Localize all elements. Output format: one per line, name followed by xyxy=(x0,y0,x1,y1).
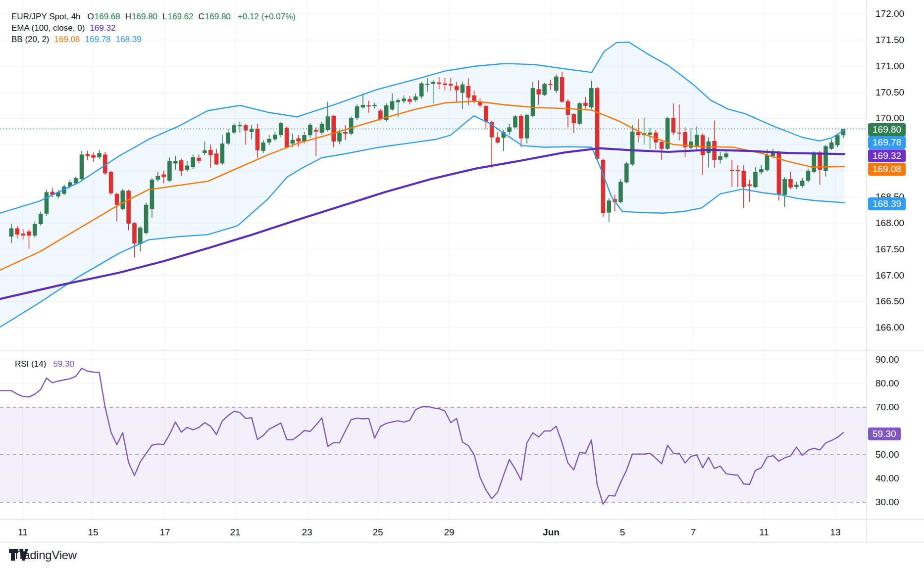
candle-body[interactable] xyxy=(21,234,25,236)
candle-body[interactable] xyxy=(618,182,623,202)
candle-body[interactable] xyxy=(179,160,184,171)
candle-body[interactable] xyxy=(208,150,213,155)
candle-body[interactable] xyxy=(548,84,553,85)
candle-body[interactable] xyxy=(472,95,476,101)
candle-body[interactable] xyxy=(759,169,764,172)
candle-body[interactable] xyxy=(794,185,799,187)
candle-body[interactable] xyxy=(736,170,740,171)
candle-body[interactable] xyxy=(413,96,418,100)
legend-symbol-row[interactable]: EUR/JPY Spot, 4h O 169.68 H 169.80 L 169… xyxy=(11,11,301,22)
candle-body[interactable] xyxy=(542,84,547,95)
candle-body[interactable] xyxy=(835,135,840,145)
candle-body[interactable] xyxy=(144,205,149,233)
candle-body[interactable] xyxy=(671,118,676,133)
candle-body[interactable] xyxy=(261,143,265,151)
candle-body[interactable] xyxy=(449,84,453,86)
candle-body[interactable] xyxy=(507,127,512,132)
candle-body[interactable] xyxy=(214,153,219,164)
candle-body[interactable] xyxy=(320,124,324,133)
candle-body[interactable] xyxy=(419,84,424,96)
candle-body[interactable] xyxy=(455,86,459,91)
candle-body[interactable] xyxy=(27,232,31,236)
candle-body[interactable] xyxy=(496,138,500,143)
chart-plot-area[interactable] xyxy=(0,0,924,571)
candle-body[interactable] xyxy=(15,228,20,235)
candle-body[interactable] xyxy=(560,77,565,102)
candle-body[interactable] xyxy=(829,143,834,149)
candle-body[interactable] xyxy=(660,142,664,149)
tradingview-logo[interactable]: TradingView xyxy=(8,548,77,562)
candle-body[interactable] xyxy=(156,176,160,180)
candle-body[interactable] xyxy=(80,154,84,179)
candle-body[interactable] xyxy=(513,116,517,127)
legend-ema-row[interactable]: EMA (100, close, 0) 169.32 xyxy=(11,22,301,34)
candle-body[interactable] xyxy=(45,192,49,213)
candle-body[interactable] xyxy=(126,190,131,224)
candle-body[interactable] xyxy=(197,158,201,161)
candle-body[interactable] xyxy=(349,118,354,134)
candle-body[interactable] xyxy=(695,135,699,147)
candle-body[interactable] xyxy=(285,128,289,147)
candle-body[interactable] xyxy=(466,86,471,97)
candle-body[interactable] xyxy=(203,150,207,153)
candle-body[interactable] xyxy=(372,105,377,106)
candle-body[interactable] xyxy=(167,161,172,181)
candle-body[interactable] xyxy=(730,170,734,171)
candle-body[interactable] xyxy=(577,103,582,124)
candle-body[interactable] xyxy=(273,135,277,140)
candle-body[interactable] xyxy=(396,100,401,102)
candle-body[interactable] xyxy=(648,133,652,135)
candle-body[interactable] xyxy=(366,105,371,106)
candle-body[interactable] xyxy=(689,142,693,148)
candle-body[interactable] xyxy=(806,171,811,181)
candle-body[interactable] xyxy=(677,133,681,134)
candle-body[interactable] xyxy=(361,105,365,107)
candle-body[interactable] xyxy=(9,228,14,237)
candle-body[interactable] xyxy=(782,179,787,195)
rsi-legend-row[interactable]: RSI (14) 59.30 xyxy=(15,359,74,369)
candle-body[interactable] xyxy=(326,116,330,130)
legend-bb-row[interactable]: BB (20, 2) 169.08 169.78 168.39 xyxy=(11,34,301,45)
candle-body[interactable] xyxy=(238,125,242,126)
candle-body[interactable] xyxy=(256,129,260,150)
candle-body[interactable] xyxy=(226,133,230,143)
candle-body[interactable] xyxy=(337,133,342,142)
candle-body[interactable] xyxy=(343,132,348,134)
candle-body[interactable] xyxy=(378,111,383,119)
candle-body[interactable] xyxy=(554,77,559,91)
candle-body[interactable] xyxy=(150,180,154,209)
candle-body[interactable] xyxy=(308,125,312,135)
candle-body[interactable] xyxy=(531,88,535,116)
candle-body[interactable] xyxy=(244,125,248,131)
candle-body[interactable] xyxy=(191,157,196,167)
candle-body[interactable] xyxy=(753,172,758,187)
candle-body[interactable] xyxy=(296,139,301,142)
candle-body[interactable] xyxy=(33,224,37,236)
candle-body[interactable] xyxy=(431,82,436,84)
candle-body[interactable] xyxy=(484,106,488,122)
candle-body[interactable] xyxy=(425,84,430,85)
candle-body[interactable] xyxy=(437,83,441,84)
candle-body[interactable] xyxy=(589,88,594,107)
candle-body[interactable] xyxy=(525,115,529,139)
candle-body[interactable] xyxy=(630,132,635,165)
candle-body[interactable] xyxy=(91,155,96,157)
candle-body[interactable] xyxy=(572,114,576,123)
candle-body[interactable] xyxy=(267,139,271,143)
candle-body[interactable] xyxy=(408,99,412,101)
candle-body[interactable] xyxy=(607,200,612,212)
candle-body[interactable] xyxy=(109,172,113,193)
candle-body[interactable] xyxy=(220,143,225,163)
candle-body[interactable] xyxy=(742,171,746,187)
candle-body[interactable] xyxy=(39,214,43,224)
candle-body[interactable] xyxy=(765,155,770,170)
candle-body[interactable] xyxy=(812,152,817,172)
candle-body[interactable] xyxy=(701,135,705,155)
candle-body[interactable] xyxy=(291,140,295,143)
candle-body[interactable] xyxy=(718,156,722,160)
candle-body[interactable] xyxy=(747,185,752,186)
candle-body[interactable] xyxy=(519,116,523,139)
candle-body[interactable] xyxy=(185,166,190,170)
candle-body[interactable] xyxy=(402,98,406,101)
candle-body[interactable] xyxy=(800,181,805,186)
